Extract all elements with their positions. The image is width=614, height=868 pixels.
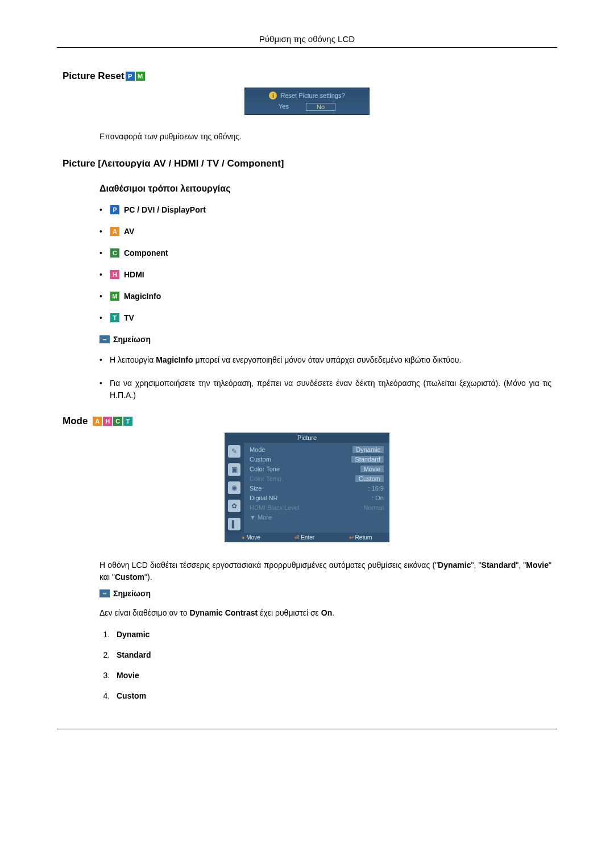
note-1: Η λειτουργία MagicInfo μπορεί να ενεργοπ… [99,354,551,366]
a-icon: A [93,417,102,426]
modes-list: PPC / DVI / DisplayPort AAV CComponent H… [99,205,551,322]
reset-no-button[interactable]: No [306,103,335,111]
osd-sidebar: ✎ ▣ ◉ ✿ ▌ [225,443,244,533]
osd-footer: ♦ Move ⏎ Enter ↩ Return [225,533,389,542]
mode-av-label: AV [124,227,134,236]
mode-note-label-text: Σημείωση [113,589,151,598]
divider-bottom [57,729,557,729]
osd-more[interactable]: ▼ More [250,514,384,521]
mode-options-list: Dynamic Standard Movie Custom [99,630,551,700]
osd-icon-5: ▌ [228,518,240,530]
osd-footer-enter: Enter [301,534,314,541]
t-icon: T [110,313,119,322]
osd-r7-value: Normal [364,504,384,511]
m-icon: M [136,72,145,81]
osd-r4-label: Color Temp. [250,475,283,482]
mode-component: CComponent [99,248,551,258]
osd-r4-value[interactable]: Custom [355,475,384,482]
mode-opt-3: Movie [112,671,551,680]
h-icon: H [103,417,112,426]
mode-magicinfo-label: MagicInfo [124,292,161,301]
notes-list: Η λειτουργία MagicInfo μπορεί να ενεργοπ… [99,354,551,401]
picture-reset-title-text: Picture Reset [63,70,125,82]
osd-r7-label: HDMI Black Level [250,504,299,511]
mode-magicinfo: MMagicInfo [99,292,551,301]
reset-dialog: i Reset Picture settings? Yes No [244,88,370,115]
osd-r5-value: 16:9 [372,485,384,492]
mode-tv: TTV [99,313,551,322]
c-icon: C [110,248,119,258]
osd-r1-value[interactable]: Dynamic [352,446,384,453]
reset-yes-button[interactable]: Yes [279,103,289,111]
osd-picture-menu: Picture ✎ ▣ ◉ ✿ ▌ ModeDynamic CustomStan… [225,433,389,542]
osd-r6-label: Digital NR [250,495,278,501]
p-icon: P [126,72,135,81]
mode-opt-4: Custom [112,691,551,700]
note-label: – Σημείωση [99,335,551,344]
t-icon: T [123,417,132,426]
divider-top [57,47,557,48]
osd-r6-value: On [375,495,384,501]
osd-r5-label: Size [250,485,262,492]
osd-icon-2: ▣ [228,463,240,476]
available-modes-heading: Διαθέσιμοι τρόποι λειτουργίας [99,184,551,194]
note-icon: – [99,335,110,343]
note-2: Για να χρησιμοποιήσετε την τηλεόραση, πρ… [99,377,551,401]
osd-icon-4: ✿ [228,500,240,512]
page-header: Ρύθμιση της οθόνης LCD [57,34,557,44]
mode-hdmi-label: HDMI [124,270,144,279]
picture-av-heading: Picture [Λειτουργία AV / HDMI / TV / Com… [63,158,557,169]
osd-footer-return: Return [355,534,372,541]
osd-footer-move: Move [246,534,260,541]
osd-title: Picture [225,433,389,443]
mode-desc: Η οθόνη LCD διαθέτει τέσσερις εργοστασια… [99,559,551,583]
mode-component-label: Component [124,248,168,258]
mode-av: AAV [99,227,551,236]
mode-title-text: Mode [63,416,88,427]
picture-reset-desc: Επαναφορά των ρυθμίσεων της οθόνης. [99,132,551,141]
picture-reset-heading: Picture Reset P M [63,70,557,82]
note-icon: – [99,589,110,597]
mode-hdmi: HHDMI [99,270,551,279]
m-icon: M [110,292,119,301]
h-icon: H [110,270,119,279]
osd-r2-value[interactable]: Standard [351,456,384,463]
mode-heading: Mode A H C T [63,416,557,427]
mode-note-desc: Δεν είναι διαθέσιμο αν το Dynamic Contra… [99,608,551,617]
reset-dialog-message: Reset Picture settings? [280,92,345,99]
c-icon: C [113,417,122,426]
osd-icon-1: ✎ [228,445,240,458]
mode-note-label: – Σημείωση [99,589,551,598]
mode-opt-1: Dynamic [112,630,551,639]
osd-icon-3: ◉ [228,481,240,494]
osd-r2-label: Custom [250,456,271,463]
mode-opt-2: Standard [112,650,551,659]
note-label-text: Σημείωση [113,335,151,344]
p-icon: P [110,205,119,214]
osd-r1-label: Mode [250,446,265,453]
osd-r3-value[interactable]: Movie [360,466,384,472]
a-icon: A [110,227,119,236]
osd-r3-label: Color Tone [250,466,280,472]
mode-pc-label: PC / DVI / DisplayPort [124,205,206,214]
info-icon: i [269,92,277,99]
mode-pc: PPC / DVI / DisplayPort [99,205,551,214]
mode-tv-label: TV [124,313,134,322]
